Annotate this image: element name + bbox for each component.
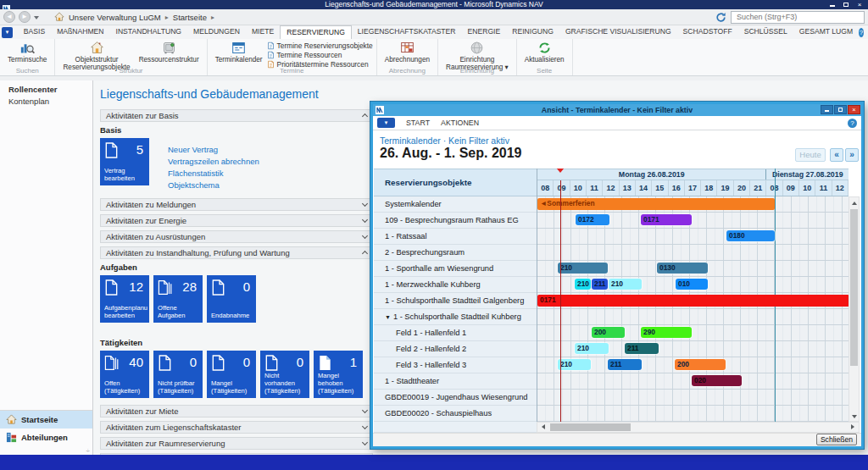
close-button[interactable]: × — [848, 105, 860, 114]
appointment-bar-211[interactable]: 211 — [625, 343, 659, 354]
calendar-row-label-1-ratssaal[interactable]: 1 - Ratssaal — [374, 229, 537, 245]
cue-tile-nicht-vorhanden-tätigkeiten[interactable]: 0Nicht vorhanden (Tätigkeiten) — [260, 351, 309, 398]
tab-liegenschaftskataster[interactable]: LIEGENSCHAFTSKATASTER — [352, 25, 462, 39]
refresh-icon[interactable] — [715, 12, 726, 23]
calendar-row-cells[interactable]: 200290 — [537, 325, 849, 341]
section-aktivitäten-zu-meldungen[interactable]: Aktivitäten zu Meldungen — [100, 198, 373, 211]
calendar-row-label-1-sporthalle-am-wiesengrund[interactable]: 1 - Sporthalle am Wiesengrund — [374, 261, 537, 277]
calendar-row-label-1-schulsporthalle-stadtteil-galgenberg[interactable]: 1 - Schulsporthalle Stadtteil Galgenberg — [374, 293, 537, 309]
cue-tile-endabnahme[interactable]: 0Endabnahme — [207, 275, 256, 323]
appointment-bar-0172[interactable]: 0172 — [576, 214, 609, 225]
calendar-row-cells[interactable] — [537, 309, 849, 325]
link-objektschema[interactable]: Objektschema — [168, 180, 259, 190]
appointment-bar-210[interactable]: 210 — [609, 279, 642, 290]
tab-energie[interactable]: ENERGIE — [462, 25, 507, 39]
collapse-row-icon[interactable]: ▼ — [385, 314, 391, 320]
appointment-bar-210[interactable]: 210 — [575, 279, 591, 290]
ribbon-button-einrichtung-raumreservierung[interactable]: Einrichtung Raumreservierung ▾ — [442, 41, 513, 69]
section-aktivitäten-zu-ausrüstungen[interactable]: Aktivitäten zu Ausrüstungen — [100, 230, 373, 243]
sidebar-item-abteilungen[interactable]: Abteilungen — [0, 429, 92, 446]
calendar-row-cells[interactable]: 0180 — [537, 229, 849, 245]
calendar-row-label-feld-1-hallenfeld-1[interactable]: Feld 1 - Hallenfeld 1 — [374, 325, 537, 341]
close-button[interactable]: × — [853, 0, 866, 8]
calendar-row-cells[interactable]: 210211210010 — [537, 277, 849, 293]
tab-reservierung[interactable]: RESERVIERUNG — [280, 25, 352, 39]
calendar-row-label-gbde00020-schauspielhaus[interactable]: GBDE00020 - Schauspielhaus — [374, 406, 537, 422]
horizontal-scrollbar[interactable] — [537, 422, 860, 433]
appointment-bar-0171[interactable]: 0171 — [537, 295, 849, 307]
cue-tile-mangel-tätigkeiten[interactable]: 0Mangel (Tätigkeiten) — [207, 351, 256, 398]
cue-tile-offen-tätigkeiten[interactable]: 40Offen (Tätigkeiten) — [100, 351, 149, 398]
calendar-row-cells[interactable] — [537, 390, 849, 406]
calendar-row-cells[interactable]: ◄Sommerferien — [537, 196, 849, 213]
tab-maßnahmen[interactable]: MAßNAHMEN — [51, 25, 109, 39]
link-flächenstatistik[interactable]: Flächenstatistik — [168, 169, 259, 178]
menu-aktionen[interactable]: AKTIONEN — [441, 119, 479, 127]
today-button[interactable]: Heute — [795, 148, 826, 162]
cue-tile-nicht-prüfbar-tätigkeiten[interactable]: 0Nicht prüfbar (Tätigkeiten) — [153, 351, 203, 398]
sidebar-item-kontenplan[interactable]: Kontenplan — [0, 96, 92, 108]
minimize-button[interactable] — [826, 0, 839, 8]
scroll-left-icon[interactable] — [537, 423, 548, 432]
breadcrumb-item-root[interactable]: Unsere Verwaltung LuGM — [69, 13, 161, 22]
previous-period-button[interactable]: « — [830, 148, 843, 162]
ribbon-button-aktualisieren[interactable]: Aktualisieren — [520, 41, 569, 69]
link-vertragszeilen-abrechnen[interactable]: Vertragszeilen abrechnen — [168, 157, 259, 166]
appointment-bar-200[interactable]: 200 — [675, 359, 726, 370]
ribbon-button-termine-ressourcen[interactable]: Termine Ressourcen — [267, 51, 373, 60]
calendar-row-label-gbde00019-jugendhaus-wiesengrund[interactable]: GBDE00019 - Jugendhaus Wiesengrund — [374, 390, 537, 406]
forward-button[interactable]: ► — [19, 11, 31, 23]
appointment-bar-010[interactable]: 010 — [676, 279, 708, 290]
calendar-row-cells[interactable]: 2100130 — [537, 261, 849, 277]
appointment-bar-211[interactable]: 211 — [592, 279, 608, 290]
ribbon-button-termine-reservierungsobjekte[interactable]: Termine Reservierungsobjekte — [267, 41, 373, 51]
history-dropdown-icon[interactable] — [34, 16, 39, 22]
calendar-row-label-1-merzweckhalle-kuhberg[interactable]: 1 - Merzweckhalle Kuhberg — [374, 277, 537, 293]
calendar-row-label-systemkalender[interactable]: Systemkalender — [374, 196, 537, 213]
sidebar-resize-handle[interactable]: ÷ — [86, 447, 90, 455]
application-menu-button[interactable]: ▼ — [2, 27, 13, 38]
calendar-row-label-2-besprechungsraum[interactable]: 2 - Besprechungsraum — [374, 245, 537, 261]
schliessen-button[interactable]: Schließen — [816, 434, 857, 445]
appointment-bar-210[interactable]: 210 — [558, 263, 608, 274]
section-aktivitäten-zur-miete[interactable]: Aktivitäten zur Miete — [100, 405, 373, 417]
appointment-bar-210[interactable]: 210 — [558, 359, 591, 370]
back-button[interactable]: ◄ — [3, 11, 15, 23]
maximize-button[interactable] — [834, 105, 847, 114]
tab-miete[interactable]: MIETE — [246, 25, 280, 39]
calendar-row-label-1-stadttheater[interactable]: 1 - Stadttheater — [374, 373, 537, 390]
appointment-bar-0180[interactable]: 0180 — [726, 230, 775, 241]
scrollbar-thumb[interactable] — [850, 209, 858, 366]
tab-schadstoff[interactable]: SCHADSTOFF — [677, 25, 738, 39]
maximize-button[interactable] — [839, 0, 853, 8]
appointment-bar-0130[interactable]: 0130 — [657, 263, 708, 274]
calendar-row-label-feld-3-hallenfeld-3[interactable]: Feld 3 - Hallenfeld 3 — [374, 357, 537, 373]
appointment-bar-211[interactable]: 211 — [608, 359, 642, 370]
search-input[interactable] — [731, 11, 865, 24]
tab-meldungen[interactable]: MELDUNGEN — [187, 25, 246, 39]
tab-basis[interactable]: BASIS — [18, 25, 51, 39]
section-aktivitäten-zu-instandhaltung-prüfung-und-wartung[interactable]: Aktivitäten zu Instandhaltung, Prüfung u… — [100, 246, 373, 259]
sidebar-item-rollencenter[interactable]: Rollencenter — [0, 84, 92, 96]
help-icon[interactable]: ? — [848, 119, 857, 128]
tab-grafische-visualisierung[interactable]: GRAFISCHE VISUALISIERUNG — [559, 25, 677, 39]
tab-schlüssel[interactable]: SCHLÜSSEL — [738, 25, 793, 39]
calendar-caption-link[interactable]: Terminkalender · Kein Filter aktiv — [380, 135, 509, 146]
section-aktivitäten-zur-energie[interactable]: Aktivitäten zur Energie — [100, 214, 373, 227]
calendar-row-cells[interactable]: 210211200 — [537, 357, 849, 373]
appointment-bar-0171[interactable]: 0171 — [641, 214, 692, 225]
breadcrumb-item-page[interactable]: Startseite — [173, 13, 207, 22]
calendar-row-label-109-besprechungsraum-rathaus-eg[interactable]: 109 - Besprechungsraum Rathaus EG — [374, 213, 537, 229]
scroll-down-icon[interactable] — [849, 412, 859, 421]
calendar-row-cells[interactable]: 210211 — [537, 341, 849, 357]
menu-start[interactable]: START — [406, 119, 430, 127]
tab-gesamt-lugm[interactable]: GESAMT LUGM — [793, 25, 859, 39]
scroll-right-icon[interactable] — [848, 423, 859, 432]
scrollbar-thumb[interactable] — [550, 423, 631, 431]
calendar-row-cells[interactable] — [537, 245, 849, 261]
help-icon[interactable]: ? — [859, 28, 864, 37]
section-aktivitäten-zur-basis[interactable]: Aktivitäten zur Basis — [100, 109, 373, 122]
cue-tile-vertrag-bearbeiten[interactable]: 5Vertrag bearbeiten — [100, 138, 149, 185]
sidebar-item-startseite[interactable]: Startseite — [0, 411, 92, 429]
cue-tile-aufgabenplanu-bearbeiten[interactable]: 12Aufgabenplanu... bearbeiten — [100, 275, 149, 323]
